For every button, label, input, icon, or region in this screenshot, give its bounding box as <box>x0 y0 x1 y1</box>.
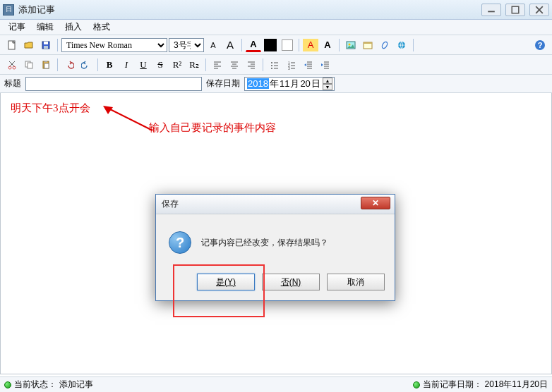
menu-edit[interactable]: 编辑 <box>32 20 58 35</box>
separator <box>299 39 299 51</box>
strike-button[interactable]: S <box>152 57 168 73</box>
svg-point-39 <box>271 65 272 66</box>
bold-button[interactable]: B <box>102 57 117 73</box>
separator <box>339 39 340 51</box>
title-label: 标题 <box>4 78 21 90</box>
dialog-cancel-button[interactable]: 取消 <box>327 274 385 290</box>
black-swatch-icon[interactable] <box>263 37 278 53</box>
separator <box>57 59 58 71</box>
subscript-button[interactable]: R₂ <box>186 57 202 73</box>
date-year[interactable]: 2018 <box>247 78 269 89</box>
redo-icon[interactable] <box>78 57 94 73</box>
superscript-button[interactable]: R² <box>169 57 185 73</box>
indent-icon[interactable] <box>318 57 333 73</box>
dialog-no-button[interactable]: 否(N) <box>262 274 320 290</box>
calendar-icon[interactable] <box>360 37 376 53</box>
maximize-button[interactable] <box>505 4 525 16</box>
font-grow-icon[interactable]: A <box>222 37 238 53</box>
menu-note[interactable]: 记事 <box>4 20 30 35</box>
separator <box>413 39 414 51</box>
numbers-icon[interactable]: 123 <box>284 57 299 73</box>
question-icon: ? <box>169 231 191 254</box>
dialog-title: 保存 <box>162 198 179 210</box>
status-state-label: 当前状态： <box>14 379 56 391</box>
window-title: 添加记事 <box>18 4 481 16</box>
svg-point-41 <box>271 68 272 69</box>
undo-icon[interactable] <box>61 57 77 73</box>
font-name-select[interactable]: Times New Roman <box>61 38 167 52</box>
title-date-row: 标题 保存日期 2018年 11月 20日 ▲ ▼ <box>0 75 552 93</box>
attach-icon[interactable] <box>377 37 392 53</box>
white-swatch-icon[interactable] <box>280 37 295 53</box>
svg-point-9 <box>349 43 351 45</box>
separator <box>205 59 206 71</box>
title-bar: 日 添加记事 <box>0 0 552 20</box>
app-icon: 日 <box>3 4 14 16</box>
svg-rect-6 <box>44 42 48 44</box>
toolbar-edit: B I U S R² R₂ 123 <box>0 55 552 75</box>
help-icon[interactable]: ? <box>532 37 548 53</box>
align-center-icon[interactable] <box>227 57 242 73</box>
date-label: 保存日期 <box>206 78 240 90</box>
svg-text:?: ? <box>538 41 543 49</box>
font-size-select[interactable]: 3号字 <box>169 38 204 52</box>
close-button[interactable] <box>529 4 549 16</box>
font-shrink-icon[interactable]: A <box>205 37 221 53</box>
font-color-button[interactable]: A <box>246 38 261 52</box>
toolbar-formatting: Times New Roman 3号字 A A A A A ? <box>0 35 552 55</box>
status-bar: 当前状态： 添加记事 当前记事日期： 2018年11月20日 <box>0 376 552 392</box>
svg-rect-21 <box>28 63 32 68</box>
separator <box>241 39 242 51</box>
svg-point-12 <box>381 41 388 49</box>
align-left-icon[interactable] <box>210 57 225 73</box>
menu-format[interactable]: 格式 <box>89 20 114 35</box>
svg-rect-1 <box>512 6 519 13</box>
svg-rect-11 <box>364 42 372 44</box>
svg-rect-7 <box>44 46 48 49</box>
svg-point-37 <box>271 62 272 63</box>
svg-rect-24 <box>44 63 49 68</box>
save-icon[interactable] <box>38 37 54 53</box>
status-date-label: 当前记事日期： <box>423 379 482 391</box>
status-date-value: 2018年11月20日 <box>485 379 548 391</box>
menu-bar: 记事 编辑 插入 格式 <box>0 20 552 35</box>
highlight-icon[interactable]: A <box>303 39 318 51</box>
underline-button[interactable]: U <box>136 57 151 73</box>
date-spin-up-icon[interactable]: ▲ <box>323 78 332 84</box>
svg-line-57 <box>109 109 152 130</box>
paste-icon[interactable] <box>38 57 54 73</box>
font-bg-icon[interactable]: A <box>320 37 335 53</box>
dialog-yes-button[interactable]: 是(Y) <box>197 274 255 290</box>
dialog-close-button[interactable]: ✕ <box>361 197 390 209</box>
separator <box>57 39 58 51</box>
menu-insert[interactable]: 插入 <box>61 20 86 35</box>
open-folder-icon[interactable] <box>21 37 37 53</box>
status-state-value: 添加记事 <box>59 379 93 391</box>
separator <box>263 59 263 71</box>
copy-icon[interactable] <box>21 57 37 73</box>
image-icon[interactable] <box>343 37 359 53</box>
cut-icon[interactable] <box>4 57 20 73</box>
date-day[interactable]: 20 <box>300 78 310 89</box>
svg-text:3: 3 <box>288 66 290 70</box>
new-doc-icon[interactable] <box>4 37 20 53</box>
date-month[interactable]: 11 <box>280 78 289 89</box>
save-dialog: 保存 ✕ ? 记事内容已经改变，保存结果吗？ 是(Y) 否(N) 取消 <box>155 194 395 301</box>
link-icon[interactable] <box>394 37 409 53</box>
save-date-picker[interactable]: 2018年 11月 20日 ▲ ▼ <box>244 77 335 91</box>
bullets-icon[interactable] <box>267 57 282 73</box>
status-led-icon <box>413 381 420 388</box>
italic-button[interactable]: I <box>119 57 134 73</box>
annotation-text: 输入自己要记录的事件内容 <box>149 121 276 135</box>
date-spin-down-icon[interactable]: ▼ <box>323 84 332 90</box>
separator <box>97 59 98 71</box>
title-input[interactable] <box>25 77 202 91</box>
outdent-icon[interactable] <box>301 57 316 73</box>
status-led-icon <box>4 381 11 388</box>
svg-rect-23 <box>44 61 47 62</box>
align-right-icon[interactable] <box>244 57 259 73</box>
dialog-message: 记事内容已经改变，保存结果吗？ <box>201 237 328 249</box>
minimize-button[interactable] <box>481 4 501 16</box>
editor-content[interactable]: 明天下午3点开会 <box>1 93 551 123</box>
dialog-titlebar: 保存 ✕ <box>156 195 395 214</box>
